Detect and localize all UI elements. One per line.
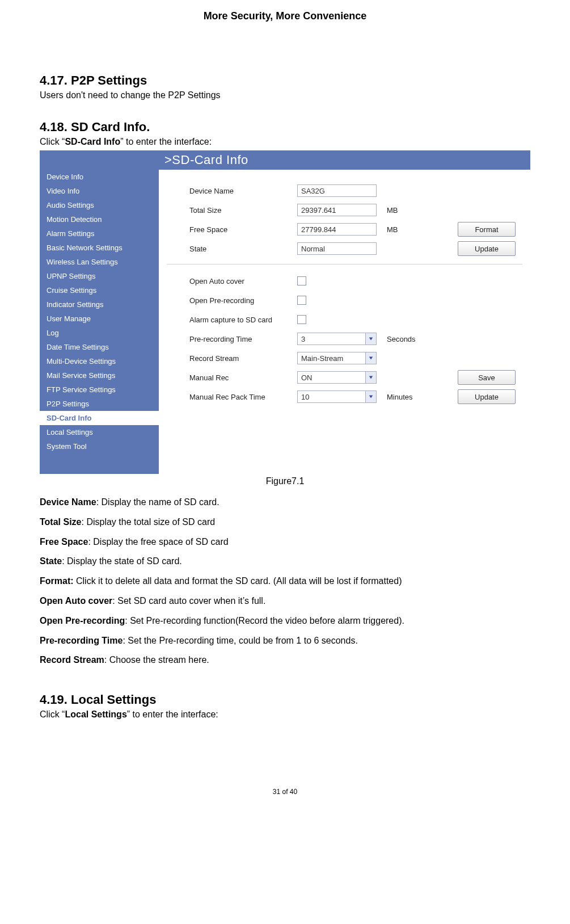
manual-rec-value: ON: [301, 373, 313, 382]
state-label: State: [167, 245, 297, 253]
sidebar-item[interactable]: Mail Service Settings: [40, 368, 159, 383]
definition-item: Total Size: Display the total size of SD…: [40, 516, 530, 528]
sidebar-item[interactable]: Video Info: [40, 184, 159, 198]
intro-prefix: Click “: [40, 709, 65, 719]
section-418-heading: 4.18. SD Card Info.: [40, 120, 530, 135]
auto-cover-label: Open Auto cover: [167, 277, 297, 285]
auto-cover-checkbox[interactable]: [297, 276, 306, 285]
sidebar-item[interactable]: SD-Card Info: [40, 411, 159, 425]
device-name-label: Device Name: [167, 187, 297, 195]
panel-title: >SD-Card Info: [159, 150, 530, 170]
pre-recording-time-unit: Seconds: [387, 335, 416, 343]
state-input[interactable]: [297, 242, 377, 255]
chevron-down-icon: [365, 333, 376, 345]
pack-time-value: 10: [301, 393, 309, 401]
definition-item: State: Display the state of SD card.: [40, 556, 530, 568]
sidebar-item[interactable]: FTP Service Settings: [40, 383, 159, 397]
intro-term: SD-Card Info: [65, 137, 120, 146]
section-417-heading: 4.17. P2P Settings: [40, 73, 530, 88]
definition-item: Device Name: Display the name of SD card…: [40, 497, 530, 509]
definition-item: Format: Click it to delete all data and …: [40, 576, 530, 587]
sidebar-item[interactable]: Log: [40, 326, 159, 340]
definition-item: Open Pre-recording: Set Pre-recording fu…: [40, 615, 530, 627]
sidebar-item[interactable]: Indicator Settings: [40, 297, 159, 312]
sidebar-item[interactable]: System Tool: [40, 439, 159, 453]
pre-recording-checkbox[interactable]: [297, 296, 306, 305]
sd-card-info-panel: >SD-Card Info Device Name Total Size MB …: [159, 150, 530, 474]
sidebar-item[interactable]: P2P Settings: [40, 397, 159, 411]
section-419-heading: 4.19. Local Settings: [40, 692, 530, 707]
definition-item: Free Space: Display the free space of SD…: [40, 536, 530, 548]
sidebar-item[interactable]: Local Settings: [40, 425, 159, 439]
pack-time-select[interactable]: 10: [297, 390, 377, 403]
sidebar-item[interactable]: Audio Settings: [40, 198, 159, 212]
chevron-down-icon: [365, 352, 376, 364]
sidebar-item[interactable]: Wireless Lan Settings: [40, 255, 159, 269]
sidebar-item[interactable]: Alarm Settings: [40, 226, 159, 241]
sidebar-item[interactable]: User Manage: [40, 312, 159, 326]
sidebar-item[interactable]: Basic Network Settings: [40, 241, 159, 255]
pre-recording-time-select[interactable]: 3: [297, 333, 377, 345]
chevron-down-icon: [365, 391, 376, 402]
panel-divider: [167, 264, 522, 264]
manual-rec-label: Manual Rec: [167, 373, 297, 382]
device-name-input[interactable]: [297, 184, 377, 197]
manual-rec-select[interactable]: ON: [297, 371, 377, 384]
figure-caption: Figure7.1: [40, 476, 530, 486]
record-stream-label: Record Stream: [167, 354, 297, 363]
svg-marker-2: [369, 376, 373, 379]
intro-suffix: ” to enter the interface:: [120, 137, 212, 146]
definition-item: Record Stream: Choose the stream here.: [40, 654, 530, 666]
intro-prefix: Click “: [40, 137, 65, 146]
definition-item: Open Auto cover: Set SD card auto cover …: [40, 595, 530, 607]
sidebar-item[interactable]: Device Info: [40, 170, 159, 184]
alarm-capture-checkbox[interactable]: [297, 315, 306, 324]
alarm-capture-label: Alarm capture to SD card: [167, 316, 297, 324]
section-417-intro: Users don't need to change the P2P Setti…: [40, 90, 530, 100]
pack-time-unit: Minutes: [387, 393, 413, 401]
free-space-unit: MB: [387, 225, 398, 234]
intro-suffix: ” to enter the interface:: [127, 709, 218, 719]
svg-marker-0: [369, 338, 373, 341]
definitions-list: Device Name: Display the name of SD card…: [40, 497, 530, 666]
sidebar-item[interactable]: Multi-Device Settings: [40, 354, 159, 368]
page-header: More Security, More Convenience: [40, 10, 530, 22]
sidebar-item[interactable]: Cruise Settings: [40, 283, 159, 297]
page-number: 31 of 40: [40, 788, 530, 796]
svg-marker-3: [369, 396, 373, 398]
sidebar-item[interactable]: Date Time Settings: [40, 340, 159, 354]
section-418-intro: Click “SD-Card Info” to enter the interf…: [40, 137, 530, 147]
sidebar-item[interactable]: UPNP Settings: [40, 269, 159, 283]
record-stream-value: Main-Stream: [301, 354, 343, 363]
total-size-label: Total Size: [167, 206, 297, 215]
section-419-intro: Click “Local Settings” to enter the inte…: [40, 709, 530, 720]
format-button[interactable]: Format: [458, 222, 516, 237]
svg-marker-1: [369, 357, 373, 360]
chevron-down-icon: [365, 372, 376, 383]
definition-item: Pre-recording Time: Set the Pre-recordin…: [40, 635, 530, 647]
pre-recording-time-value: 3: [301, 335, 305, 343]
settings-sidebar: Device InfoVideo InfoAudio SettingsMotio…: [40, 150, 159, 474]
pack-time-label: Manual Rec Pack Time: [167, 393, 297, 401]
update-button-top[interactable]: Update: [458, 241, 516, 256]
total-size-unit: MB: [387, 206, 398, 215]
pre-recording-time-label: Pre-recording Time: [167, 335, 297, 343]
sidebar-item[interactable]: Motion Detection: [40, 212, 159, 226]
save-button[interactable]: Save: [458, 370, 516, 385]
intro-term: Local Settings: [65, 709, 126, 719]
free-space-label: Free Space: [167, 225, 297, 234]
pre-recording-label: Open Pre-recording: [167, 296, 297, 305]
update-button-bottom[interactable]: Update: [458, 389, 516, 404]
free-space-input[interactable]: [297, 223, 377, 236]
record-stream-select[interactable]: Main-Stream: [297, 352, 377, 364]
sd-card-info-screenshot: Device InfoVideo InfoAudio SettingsMotio…: [40, 150, 530, 474]
total-size-input[interactable]: [297, 204, 377, 216]
